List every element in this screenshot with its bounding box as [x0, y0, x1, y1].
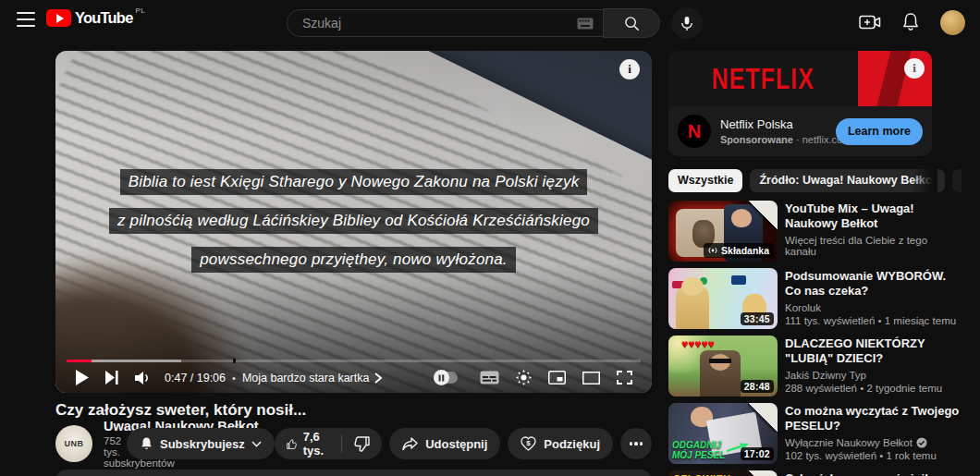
related-info: Podsumowanie WYBORÓW. Co nas czeka? Koro…	[785, 268, 962, 329]
channel-row: UNB Uwaga! Naukowy Bełkot 752 tys. subsk…	[55, 424, 652, 463]
thanks-button[interactable]: $ Podziękuj	[508, 428, 613, 459]
share-icon	[402, 437, 418, 451]
chevron-down-icon	[251, 441, 262, 447]
related-info: DLACZEGO NIEKTÓRZY "LUBIĄ" DZIECI? Jakiś…	[785, 336, 962, 397]
subtitle-line: powssechnego przyięthey, nowo wyłożona.	[191, 247, 516, 273]
ad-texts: Netflix Polska Sponsorowane · netflix.co…	[720, 117, 827, 145]
thumbnail[interactable]: 33:45	[668, 268, 778, 329]
microphone-icon	[680, 16, 694, 31]
ad-body: N Netflix Polska Sponsorowane · netflix.…	[668, 106, 932, 156]
duration-badge: 28:48	[741, 380, 774, 393]
advertiser-name: Netflix Polska	[720, 117, 827, 131]
filter-chips: Wszystkie Źródło: Uwaga! Naukowy Bełkot …	[668, 168, 962, 192]
bell-icon	[901, 12, 920, 32]
thumbnail[interactable]: ♥♥♥♥♥ 28:48	[668, 336, 778, 397]
time-separator: •	[232, 372, 236, 384]
subscribed-button[interactable]: Subskrybujesz	[127, 428, 275, 459]
related-channel: Koroluk	[785, 302, 962, 313]
related-videos-list: Składanka YouTube Mix – Uwaga! Naukowy B…	[668, 201, 962, 476]
chevron-right-icon	[374, 372, 383, 384]
ellipsis-icon	[630, 442, 632, 445]
subtitles-button[interactable]	[472, 362, 508, 393]
related-meta: 288 wyświetleń • 2 tygodnie temu	[785, 383, 962, 394]
keyboard-icon[interactable]	[577, 18, 594, 30]
page-curl-decoration	[748, 201, 778, 230]
related-video[interactable]: ♥♥♥♥♥ 28:48 DLACZEGO NIEKTÓRZY "LUBIĄ" D…	[668, 336, 962, 397]
volume-button[interactable]	[127, 362, 161, 393]
subscriber-count: 752 tys. subskrybentów	[104, 435, 106, 469]
related-video[interactable]: 33:45 Podsumowanie WYBORÓW. Co nas czeka…	[668, 268, 962, 329]
like-count: 7,6 tys.	[303, 430, 330, 458]
chip-source-channel[interactable]: Źródło: Uwaga! Naukowy Bełkot	[750, 169, 945, 192]
thumb-down-icon	[354, 436, 370, 452]
action-buttons: 7,6 tys. Udostępnij $ Podziękuj	[275, 428, 652, 459]
ad-card[interactable]: NETFLIX i N Netflix Polska Sponsorowane …	[668, 51, 932, 156]
duration-badge: 33:45	[741, 312, 774, 325]
masthead: YouTube PL	[0, 0, 980, 44]
next-button[interactable]	[97, 362, 127, 393]
search-button[interactable]	[603, 8, 660, 38]
ad-info-icon[interactable]: i	[904, 58, 925, 79]
video-title: Czy założysz sweter, który nosił...	[55, 401, 652, 419]
play-button[interactable]	[67, 362, 97, 393]
voice-search-button[interactable]	[671, 7, 703, 39]
video-player[interactable]: Biblia to iest Kxięgi Stharego y Nowego …	[55, 51, 652, 393]
related-video-mix[interactable]: Składanka YouTube Mix – Uwaga! Naukowy B…	[668, 201, 962, 262]
chip-cut-off[interactable]: P	[952, 169, 962, 192]
related-title: Człowiek z sercem świni!	[785, 471, 928, 476]
subscribed-label: Subskrybujesz	[160, 437, 245, 451]
search-icon	[623, 15, 641, 32]
related-info: YouTube Mix – Uwaga! Naukowy Bełkot Więc…	[785, 201, 962, 262]
chapter-link[interactable]: Moja bardzo stara kartka	[242, 372, 370, 384]
menu-button[interactable]	[17, 12, 35, 27]
ad-info-icon[interactable]: i	[619, 59, 640, 79]
search-box[interactable]	[287, 9, 603, 37]
related-video[interactable]: CZŁOWIEK Człowiek z sercem świni!	[668, 470, 962, 476]
primary-column: Biblia to iest Kxięgi Stharego y Nowego …	[55, 51, 652, 476]
description-box[interactable]: 169 tys. wyświetleń 2 lata temu	[55, 470, 652, 476]
thumbnail-text: ODGADNIJ MÓJ PESEL	[672, 440, 729, 460]
share-button[interactable]: Udostępnij	[389, 428, 500, 459]
channel-avatar[interactable]: UNB	[55, 425, 92, 462]
more-actions-button[interactable]	[620, 428, 652, 459]
theater-mode-button[interactable]	[574, 362, 608, 393]
secondary-column: NETFLIX i N Netflix Polska Sponsorowane …	[668, 51, 962, 476]
related-video[interactable]: ODGADNIJ MÓJ PESEL 17:02 Co można wyczyt…	[668, 403, 962, 464]
time-display: 0:47 / 19:06	[165, 372, 226, 384]
learn-more-button[interactable]: Learn more	[836, 118, 923, 145]
time-display-row: 0:47 / 19:06 • Moja bardzo stara kartka	[165, 372, 383, 384]
related-title: YouTube Mix – Uwaga! Naukowy Bełkot	[785, 201, 962, 231]
thumb-art	[700, 350, 741, 397]
account-avatar[interactable]	[940, 10, 965, 35]
autoplay-toggle[interactable]	[425, 362, 472, 393]
captions-icon	[480, 371, 499, 384]
advertiser-avatar[interactable]: N	[678, 115, 711, 148]
like-dislike-group: 7,6 tys.	[275, 428, 382, 459]
thumbnail[interactable]: Składanka	[668, 201, 778, 262]
hearts-overlay: ♥♥♥♥♥	[681, 337, 715, 350]
notifications-button[interactable]	[901, 12, 920, 32]
youtube-play-icon	[46, 9, 71, 27]
related-title: Co można wyczytać z Twojego PESELU?	[785, 404, 962, 433]
like-button[interactable]: 7,6 tys.	[275, 428, 342, 459]
fullscreen-button[interactable]	[608, 362, 641, 393]
dislike-button[interactable]	[342, 428, 382, 459]
youtube-logo[interactable]: YouTube PL	[46, 8, 145, 28]
miniplayer-button[interactable]	[540, 362, 574, 393]
fullscreen-icon	[617, 371, 632, 384]
volume-icon	[135, 371, 153, 385]
subtitle-line: Biblia to iest Kxięgi Stharego y Nowego …	[120, 169, 588, 195]
thumbnail[interactable]: ODGADNIJ MÓJ PESEL 17:02	[668, 403, 778, 464]
chip-all[interactable]: Wszystkie	[668, 169, 742, 192]
search-input[interactable]	[302, 16, 577, 31]
svg-text:$: $	[527, 439, 532, 447]
ad-banner[interactable]: NETFLIX i	[668, 51, 932, 106]
create-video-icon	[859, 14, 881, 31]
related-info: Co można wyczytać z Twojego PESELU? Wyłą…	[785, 403, 962, 464]
settings-button[interactable]	[508, 362, 540, 393]
thumbnail[interactable]: CZŁOWIEK	[668, 470, 778, 476]
create-button[interactable]	[859, 14, 881, 31]
related-channel: Jakiś Dziwny Typ	[785, 370, 962, 381]
page-curl-decoration	[748, 403, 778, 433]
logo-text: YouTube	[75, 8, 133, 28]
